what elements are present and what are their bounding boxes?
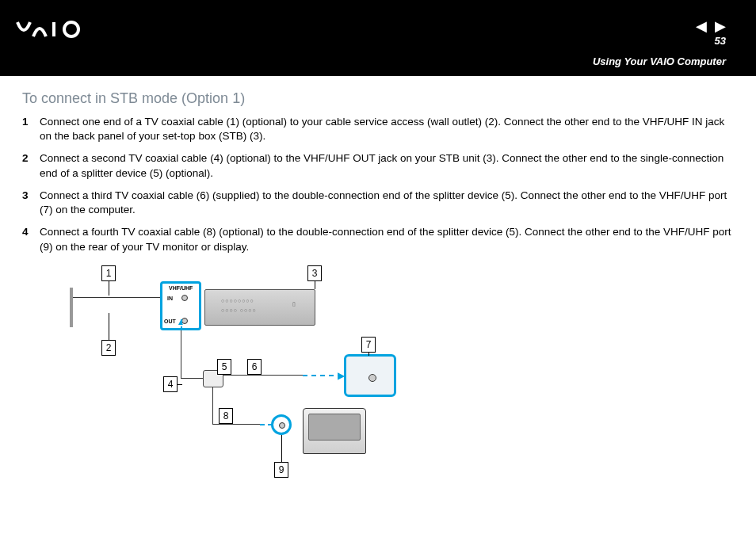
cable-6 xyxy=(223,375,303,376)
section-title: To connect in STB mode (Option 1) xyxy=(22,90,734,107)
chapter-title: Using Your VAIO Computer xyxy=(593,55,726,67)
step-item: Connect a third TV coaxial cable (6) (su… xyxy=(22,189,734,217)
next-page-arrow[interactable]: ▶ xyxy=(715,17,726,35)
svg-rect-0 xyxy=(52,22,55,36)
computer-vhf-port-icon xyxy=(368,374,376,382)
step-item: Connect a second TV coaxial cable (4) (o… xyxy=(22,151,734,180)
tv-screen-icon xyxy=(308,414,361,441)
vhf-uhf-label: VHF/UHF xyxy=(169,285,193,291)
callout-4: 4 xyxy=(163,376,178,392)
leader-4 xyxy=(178,384,182,385)
step-item: Connect one end of a TV coaxial cable (1… xyxy=(22,115,734,143)
callout-7: 7 xyxy=(361,337,376,353)
cable-4 xyxy=(181,330,181,378)
leader-3 xyxy=(315,281,315,289)
callout-9: 9 xyxy=(274,462,288,478)
leader-2 xyxy=(109,313,109,340)
prev-page-arrow[interactable]: ◀ xyxy=(696,17,707,35)
steps-list: Connect one end of a TV coaxial cable (1… xyxy=(22,115,734,254)
tv-monitor-icon xyxy=(303,408,366,454)
callout-3: 3 xyxy=(307,265,322,281)
leader-9 xyxy=(281,435,282,462)
callout-5: 5 xyxy=(217,359,231,375)
tv-jack-icon xyxy=(279,422,285,429)
leader-1 xyxy=(109,281,109,296)
cable-4b xyxy=(181,378,203,379)
header-bar: ◀ ▶ 53 Using Your VAIO Computer xyxy=(0,0,756,76)
arrow-up-icon: ▲ xyxy=(177,318,185,326)
vhf-in-jack-icon xyxy=(181,295,188,301)
cable-6-dash xyxy=(303,375,342,376)
callout-1: 1 xyxy=(101,265,116,281)
callout-8: 8 xyxy=(219,408,233,424)
vaio-logo xyxy=(16,17,103,47)
content-area: To connect in STB mode (Option 1) Connec… xyxy=(0,76,756,503)
callout-2: 2 xyxy=(101,340,116,356)
svg-point-1 xyxy=(64,22,78,36)
tv-vhf-port-icon xyxy=(271,414,292,435)
wall-outlet-icon xyxy=(70,288,73,327)
leader-7 xyxy=(368,353,369,356)
set-top-box-icon: ○○○○○○○○ ○○○○ ○○○○ ▯ xyxy=(204,289,315,326)
computer-vhf-panel xyxy=(344,354,396,397)
step-item: Connect a fourth TV coaxial cable (8) (o… xyxy=(22,225,734,254)
cable-1 xyxy=(73,297,160,298)
nav-arrows: ◀ ▶ xyxy=(696,17,726,35)
cable-8 xyxy=(212,387,213,424)
cable-8b xyxy=(212,424,260,425)
out-label: OUT xyxy=(164,318,176,324)
in-label: IN xyxy=(167,296,173,301)
page-number: 53 xyxy=(715,35,726,47)
callout-6: 6 xyxy=(247,359,262,375)
connection-diagram: VHF/UHF IN OUT ○○○○○○○○ ○○○○ ○○○○ ▯ ▲ ▶ xyxy=(70,265,450,503)
vaio-logo-svg xyxy=(16,17,103,41)
